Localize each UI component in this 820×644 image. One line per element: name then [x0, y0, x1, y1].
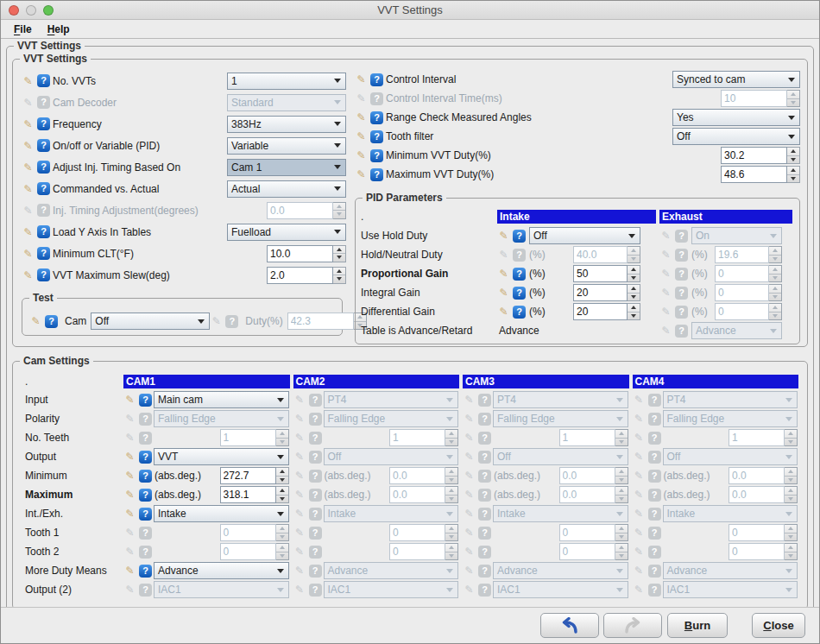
stepper-field[interactable] — [721, 166, 787, 183]
help-icon[interactable]: ? — [513, 287, 526, 300]
stepper-down-icon[interactable] — [276, 496, 288, 503]
edit-pencil-icon[interactable]: ✎ — [22, 183, 35, 195]
chevron-down-icon[interactable] — [784, 112, 799, 123]
stepper-down-icon[interactable] — [628, 275, 640, 282]
chevron-down-icon[interactable] — [624, 230, 640, 242]
help-icon[interactable]: ? — [37, 161, 50, 174]
chevron-down-icon[interactable] — [784, 131, 799, 142]
help-icon[interactable]: ? — [139, 508, 152, 521]
edit-pencil-icon[interactable]: ✎ — [22, 269, 35, 281]
stepper-buttons[interactable] — [276, 486, 289, 503]
zoom-window-button[interactable] — [43, 5, 54, 16]
edit-pencil-icon[interactable]: ✎ — [22, 118, 35, 130]
chevron-down-icon[interactable] — [784, 74, 799, 85]
number-stepper[interactable] — [220, 467, 289, 484]
help-icon[interactable]: ? — [37, 268, 50, 281]
dropdown-vvt[interactable]: VVT — [154, 448, 289, 465]
stepper-up-icon[interactable] — [276, 468, 288, 477]
edit-pencil-icon[interactable]: ✎ — [123, 470, 136, 482]
menu-help[interactable]: Help — [41, 22, 76, 37]
number-stepper[interactable] — [573, 303, 640, 320]
dropdown-variable[interactable]: Variable — [227, 137, 346, 155]
chevron-down-icon[interactable] — [330, 75, 345, 86]
edit-pencil-icon[interactable]: ✎ — [22, 75, 35, 87]
dropdown-cam-1[interactable]: Cam 1 — [227, 159, 346, 176]
stepper-buttons[interactable] — [333, 267, 346, 284]
edit-pencil-icon[interactable]: ✎ — [123, 565, 136, 577]
stepper-field[interactable] — [573, 265, 628, 282]
edit-pencil-icon[interactable]: ✎ — [22, 140, 35, 152]
help-icon[interactable]: ? — [37, 247, 50, 260]
chevron-down-icon[interactable] — [273, 451, 288, 463]
stepper-up-icon[interactable] — [276, 487, 288, 496]
help-icon[interactable]: ? — [45, 315, 58, 328]
help-icon[interactable]: ? — [370, 111, 383, 124]
edit-pencil-icon[interactable]: ✎ — [22, 226, 35, 238]
number-stepper[interactable] — [721, 166, 800, 183]
dropdown-off[interactable]: Off — [529, 227, 640, 244]
help-icon[interactable]: ? — [513, 230, 526, 243]
dropdown-383hz[interactable]: 383Hz — [227, 116, 346, 133]
number-stepper[interactable] — [267, 245, 346, 262]
help-icon[interactable]: ? — [513, 306, 526, 319]
edit-pencil-icon[interactable]: ✎ — [355, 73, 368, 85]
stepper-buttons[interactable] — [333, 245, 346, 262]
burn-button[interactable]: Burn — [667, 613, 728, 638]
chevron-down-icon[interactable] — [330, 183, 345, 194]
number-stepper[interactable] — [573, 265, 640, 282]
stepper-field[interactable] — [573, 303, 628, 320]
help-icon[interactable]: ? — [37, 117, 50, 130]
stepper-up-icon[interactable] — [628, 285, 640, 294]
stepper-down-icon[interactable] — [333, 254, 345, 262]
help-icon[interactable]: ? — [37, 225, 50, 238]
stepper-buttons[interactable] — [787, 166, 800, 183]
dropdown-advance[interactable]: Advance — [154, 562, 289, 579]
edit-pencil-icon[interactable]: ✎ — [497, 306, 510, 318]
dropdown-fuelload[interactable]: Fuelload — [227, 224, 346, 241]
help-icon[interactable]: ? — [139, 565, 152, 578]
help-icon[interactable]: ? — [370, 130, 383, 143]
dropdown-synced-to-cam[interactable]: Synced to cam — [672, 71, 800, 88]
menu-file[interactable]: File — [8, 22, 38, 37]
stepper-buttons[interactable] — [628, 265, 640, 282]
stepper-field[interactable] — [267, 245, 333, 262]
stepper-up-icon[interactable] — [333, 268, 345, 276]
stepper-down-icon[interactable] — [333, 275, 345, 283]
stepper-buttons[interactable] — [628, 303, 640, 320]
dropdown-off[interactable]: Off — [91, 313, 210, 330]
help-icon[interactable]: ? — [37, 182, 50, 195]
edit-pencil-icon[interactable]: ✎ — [497, 230, 510, 242]
stepper-buttons[interactable] — [276, 467, 289, 484]
close-button[interactable]: Close — [752, 613, 805, 638]
edit-pencil-icon[interactable]: ✎ — [22, 161, 35, 174]
help-icon[interactable]: ? — [513, 268, 526, 281]
undo-button[interactable] — [540, 613, 599, 638]
edit-pencil-icon[interactable]: ✎ — [497, 268, 510, 280]
edit-pencil-icon[interactable]: ✎ — [355, 130, 368, 142]
stepper-up-icon[interactable] — [787, 167, 799, 175]
stepper-field[interactable] — [267, 267, 333, 284]
dropdown-yes[interactable]: Yes — [672, 109, 800, 126]
help-icon[interactable]: ? — [139, 489, 152, 502]
help-icon[interactable]: ? — [370, 149, 383, 162]
close-window-button[interactable] — [9, 5, 19, 16]
dropdown-intake[interactable]: Intake — [154, 505, 289, 522]
stepper-down-icon[interactable] — [787, 156, 799, 164]
dropdown-actual[interactable]: Actual — [227, 180, 346, 198]
stepper-up-icon[interactable] — [333, 246, 345, 255]
number-stepper[interactable] — [267, 267, 346, 284]
chevron-down-icon[interactable] — [330, 161, 345, 173]
stepper-field[interactable] — [220, 467, 276, 484]
help-icon[interactable]: ? — [370, 168, 383, 181]
stepper-down-icon[interactable] — [787, 175, 799, 183]
edit-pencil-icon[interactable]: ✎ — [497, 287, 510, 299]
stepper-buttons[interactable] — [787, 147, 800, 164]
help-icon[interactable]: ? — [37, 139, 50, 152]
help-icon[interactable]: ? — [139, 470, 152, 483]
edit-pencil-icon[interactable]: ✎ — [355, 168, 368, 180]
dropdown-1[interactable]: 1 — [227, 73, 346, 90]
stepper-field[interactable] — [573, 284, 628, 301]
edit-pencil-icon[interactable]: ✎ — [22, 248, 35, 260]
stepper-up-icon[interactable] — [787, 148, 799, 156]
help-icon[interactable]: ? — [37, 74, 50, 87]
